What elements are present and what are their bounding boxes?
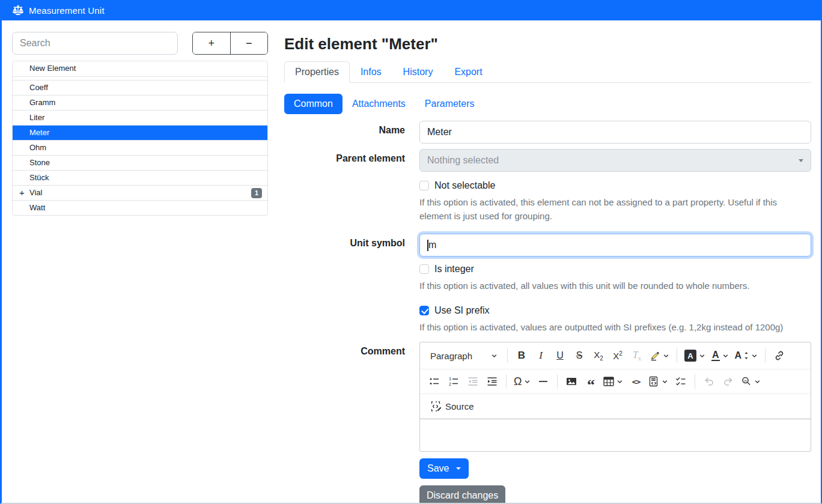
main-panel: Edit element "Meter" Properties Infos Hi… xyxy=(270,20,822,503)
tree-item-label: Meter xyxy=(29,128,49,137)
tree-item-meter[interactable]: Meter xyxy=(13,125,267,140)
subtab-common[interactable]: Common xyxy=(284,94,342,114)
tab-infos[interactable]: Infos xyxy=(350,61,392,83)
font-size-dropdown[interactable]: A xyxy=(732,347,761,365)
expand-all-button[interactable]: + xyxy=(193,32,230,54)
not-selectable-label[interactable]: Not selectable xyxy=(434,180,495,191)
save-button[interactable]: Save xyxy=(419,458,469,479)
paragraph-style-dropdown[interactable]: Paragraph xyxy=(425,347,502,365)
strikethrough-button[interactable]: S xyxy=(570,347,588,365)
redo-icon xyxy=(723,376,734,387)
tree-item-label: Liter xyxy=(29,113,44,122)
collapse-all-button[interactable]: − xyxy=(230,32,268,54)
subtab-parameters[interactable]: Parameters xyxy=(415,94,484,114)
comment-content-area[interactable] xyxy=(420,419,811,451)
tree-item-label: Vial xyxy=(29,188,42,197)
use-si-prefix-checkbox[interactable] xyxy=(419,306,429,315)
find-replace-icon xyxy=(741,376,752,387)
horizontal-line-icon xyxy=(538,376,548,387)
redo-button[interactable] xyxy=(719,372,737,390)
sidebar: + − New Element Coeff Gramm Liter xyxy=(2,20,270,503)
superscript-button[interactable]: X2 xyxy=(609,347,627,365)
find-replace-dropdown[interactable] xyxy=(738,372,763,390)
subtab-attachments[interactable]: Attachments xyxy=(342,94,415,114)
use-si-prefix-label[interactable]: Use SI prefix xyxy=(434,305,490,316)
chevron-down-icon xyxy=(754,378,761,385)
highlight-dropdown[interactable] xyxy=(647,347,672,365)
tree-item-stuck[interactable]: Stück xyxy=(13,170,267,185)
source-editing-button[interactable]: Source xyxy=(425,397,479,415)
tree-item-coeff[interactable]: Coeff xyxy=(13,80,267,95)
insert-image-button[interactable] xyxy=(562,372,580,390)
tree-item-label: Ohm xyxy=(29,143,46,152)
expand-icon[interactable]: + xyxy=(19,186,25,200)
parent-element-label: Parent element xyxy=(284,149,405,180)
element-tree: New Element Coeff Gramm Liter Meter Ohm xyxy=(12,61,268,216)
table-icon xyxy=(603,376,614,387)
tree-item-label: Stone xyxy=(29,158,50,167)
unit-symbol-input[interactable]: m xyxy=(419,234,811,257)
tree-item-label: Coeff xyxy=(29,83,48,92)
numbered-list-button[interactable]: 1 2 xyxy=(445,372,463,390)
tree-item-label: Gramm xyxy=(29,98,55,107)
not-selectable-checkbox[interactable] xyxy=(419,181,429,190)
tree-item-liter[interactable]: Liter xyxy=(13,110,267,125)
todo-list-button[interactable] xyxy=(672,372,690,390)
scales-icon xyxy=(12,5,24,16)
bulleted-list-button[interactable] xyxy=(425,372,443,390)
search-input[interactable] xyxy=(12,32,178,55)
outdent-button[interactable] xyxy=(464,372,482,390)
font-background-color-dropdown[interactable]: A xyxy=(682,347,708,365)
todo-list-icon xyxy=(675,376,686,387)
font-size-icon: A xyxy=(735,350,742,361)
app-window: Measurement Unit + − New Element Coeff xyxy=(0,0,822,504)
unit-symbol-value: m xyxy=(428,240,436,250)
editor-toolbar-row-1: Paragraph B I U S X2 X2 Tx xyxy=(420,342,811,369)
bold-button[interactable]: B xyxy=(513,347,531,365)
editor-toolbar-row-3: Source xyxy=(420,394,811,419)
code-button[interactable]: <> xyxy=(627,372,645,390)
font-color-dropdown[interactable]: A xyxy=(709,347,731,365)
font-background-icon: A xyxy=(684,350,696,362)
tree-item-watt[interactable]: Watt xyxy=(13,200,267,215)
page-title: Edit element "Meter" xyxy=(284,35,811,53)
tab-properties[interactable]: Properties xyxy=(284,61,350,83)
image-icon xyxy=(566,376,577,387)
indent-button[interactable] xyxy=(483,372,501,390)
link-button[interactable] xyxy=(770,347,788,365)
insert-table-dropdown[interactable] xyxy=(601,372,626,390)
underline-button[interactable]: U xyxy=(551,347,569,365)
unit-symbol-label: Unit symbol xyxy=(284,234,405,264)
source-edit-icon xyxy=(430,401,442,412)
discard-changes-button[interactable]: Discard changes xyxy=(419,485,505,504)
code-block-dropdown[interactable] xyxy=(646,372,671,390)
tree-item-gramm[interactable]: Gramm xyxy=(13,95,267,110)
subtab-bar: Common Attachments Parameters xyxy=(284,94,811,114)
save-dropdown-caret-icon[interactable] xyxy=(456,467,461,470)
block-quote-button[interactable]: “ xyxy=(582,372,600,390)
is-integer-help: If this option is activated, all values … xyxy=(419,279,811,293)
subscript-button[interactable]: X2 xyxy=(589,347,607,365)
special-characters-dropdown[interactable]: Ω xyxy=(511,372,533,390)
parent-element-select[interactable]: Nothing selected xyxy=(419,149,811,172)
chevron-down-icon xyxy=(799,159,803,162)
tab-bar: Properties Infos History Export xyxy=(284,61,811,83)
tab-history[interactable]: History xyxy=(392,61,444,83)
is-integer-checkbox[interactable] xyxy=(419,264,429,274)
horizontal-line-button[interactable] xyxy=(534,372,552,390)
undo-button[interactable] xyxy=(700,372,718,390)
tree-item-vial[interactable]: + Vial 1 xyxy=(13,185,267,200)
indent-icon xyxy=(487,376,498,387)
italic-button[interactable]: I xyxy=(532,347,550,365)
tree-item-new-element[interactable]: New Element xyxy=(13,61,267,76)
highlighter-icon xyxy=(650,350,660,361)
tree-item-ohm[interactable]: Ohm xyxy=(13,140,267,155)
is-integer-label[interactable]: Is integer xyxy=(434,264,474,275)
chevron-down-icon xyxy=(751,353,758,359)
remove-format-button[interactable]: Tx xyxy=(628,347,646,365)
chevron-down-icon xyxy=(699,353,705,359)
tree-zoom-controls: + − xyxy=(192,32,268,55)
tab-export[interactable]: Export xyxy=(443,61,493,83)
tree-item-stone[interactable]: Stone xyxy=(13,155,267,170)
name-input[interactable] xyxy=(419,121,811,144)
